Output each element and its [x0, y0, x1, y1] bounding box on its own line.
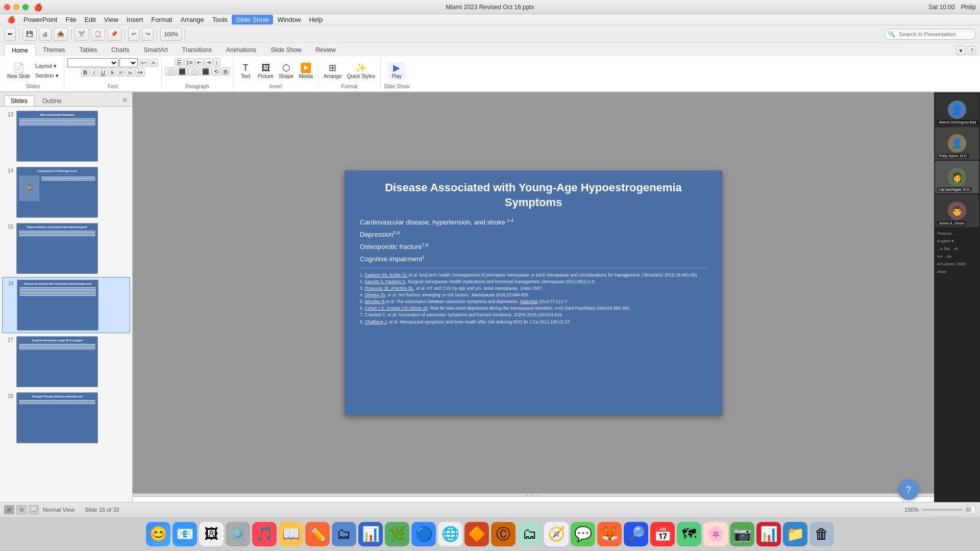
menu-tools[interactable]: Tools [208, 15, 232, 24]
menu-apple[interactable]: 🍎 [3, 15, 19, 24]
slide-sorter-button[interactable]: ⊟ [16, 505, 27, 514]
share-button[interactable]: 📤 [54, 28, 68, 41]
align-center-button[interactable]: ⬛ [177, 67, 188, 76]
dock-files[interactable]: 🗂 [332, 522, 356, 546]
font-size-select[interactable] [119, 58, 138, 67]
menu-window[interactable]: Window [273, 15, 305, 24]
text-direction-button[interactable]: ⟲ [212, 67, 220, 76]
tab-tables[interactable]: Tables [72, 44, 104, 56]
normal-view-button[interactable]: ⊞ [4, 505, 14, 514]
paste-button[interactable]: 📌 [107, 28, 121, 41]
menu-slideshow[interactable]: Slide Show [232, 15, 273, 24]
reading-view-button[interactable]: 📖 [29, 505, 39, 514]
menu-format[interactable]: Format [147, 15, 176, 24]
help-ribbon-button[interactable]: ? [968, 46, 976, 55]
font-increase-button[interactable]: A+ [139, 59, 149, 67]
menu-file[interactable]: File [61, 15, 80, 24]
redo-button[interactable]: ↪ [142, 28, 154, 41]
tab-slideshow[interactable]: Slide Show [263, 44, 308, 56]
slides-tab[interactable]: Slides [4, 95, 34, 106]
menu-help[interactable]: Help [305, 15, 327, 24]
dock-music[interactable]: 🎵 [252, 522, 277, 546]
slide-item-13[interactable]: 13 SNO and Estradiol Depletion [2, 109, 130, 164]
font-family-select[interactable] [67, 58, 118, 67]
cut-button[interactable]: ✂️ [75, 28, 89, 41]
maximize-button[interactable] [22, 4, 29, 10]
dock-safari[interactable]: 🧭 [544, 522, 569, 546]
menu-view[interactable]: View [100, 15, 122, 24]
search-input[interactable] [884, 29, 976, 40]
line-spacing-button[interactable]: ↕ [213, 58, 220, 66]
zoom-select[interactable]: 100% [160, 28, 182, 41]
dock-pencil[interactable]: ✏️ [305, 522, 330, 546]
font-decrease-button[interactable]: A- [150, 59, 158, 67]
tab-smartart[interactable]: SmartArt [136, 44, 175, 56]
numbering-button[interactable]: 1≡ [184, 58, 195, 66]
tab-animations[interactable]: Animations [219, 44, 263, 56]
zoom-fit-button[interactable]: ⊡ [966, 505, 976, 514]
bullets-button[interactable]: ☰ [175, 58, 184, 66]
section-button[interactable]: Section ▾ [33, 71, 61, 80]
save-button[interactable]: 💾 [22, 28, 37, 41]
align-right-button[interactable]: ⬜ [188, 67, 200, 76]
subscript-button[interactable]: x₂ [126, 68, 134, 77]
slide-item-18[interactable]: 18 Estrogen Therapy Reduces dementia ris… [2, 390, 130, 445]
shape-insert-button[interactable]: ⬡ Shape [277, 62, 296, 80]
copy-button[interactable]: 📋 [91, 28, 105, 41]
outline-tab[interactable]: Outline [36, 96, 68, 106]
columns-button[interactable]: ⊞ [221, 67, 230, 76]
align-left-button[interactable]: ⬜ [165, 67, 176, 76]
traffic-lights[interactable] [4, 4, 29, 10]
slide-item-17[interactable]: 17 Surgical menopause at age 45 or young… [2, 334, 130, 389]
play-button[interactable]: ▶ Play [387, 62, 406, 80]
dock-calendar[interactable]: 📅 [650, 522, 675, 546]
slide-item-16[interactable]: 16 Disease Associated with Young-Age Hyp… [2, 277, 130, 333]
dock-photos[interactable]: 🖼 [199, 522, 224, 546]
align-justify-button[interactable]: ⬛ [200, 67, 211, 76]
new-slide-button[interactable]: 📄 New Slide [5, 62, 32, 80]
dock-mail[interactable]: 📧 [173, 522, 197, 546]
slide-item-14[interactable]: 14 Consequences of Estrogen Loss 🏃 [2, 165, 130, 220]
picture-insert-button[interactable]: 🖼 Picture [256, 62, 276, 80]
undo-button[interactable]: ↩ [128, 28, 140, 41]
dock-chrome[interactable]: 🌐 [438, 522, 462, 546]
bold-button[interactable]: B [81, 68, 90, 77]
tab-review[interactable]: Review [308, 44, 342, 56]
dock-facetime[interactable]: 📷 [730, 522, 754, 546]
italic-button[interactable]: I [91, 68, 97, 77]
minimize-button[interactable] [13, 4, 19, 10]
dock-app-store[interactable]: 🔵 [411, 522, 436, 546]
indent-increase-button[interactable]: ⇥ [204, 58, 213, 66]
dock-keynote[interactable]: 📊 [358, 522, 383, 546]
print-button[interactable]: 🖨 [39, 28, 52, 41]
tab-transitions[interactable]: Transitions [175, 44, 219, 56]
zoom-slider[interactable] [922, 509, 963, 511]
slide-item-15[interactable]: 15 Disease Markers Associated with Hypoe… [2, 221, 130, 276]
menu-edit[interactable]: Edit [80, 15, 100, 24]
tab-themes[interactable]: Themes [36, 44, 72, 56]
dock-zoom[interactable]: 🔎 [624, 522, 648, 546]
dock-messages[interactable]: 💬 [571, 522, 595, 546]
close-button[interactable] [4, 4, 10, 10]
dock-folio[interactable]: 🌿 [385, 522, 409, 546]
layout-button[interactable]: Layout ▾ [33, 62, 61, 70]
quick-styles-button[interactable]: ✨ Quick Styles [345, 62, 378, 80]
slide-panel-close-button[interactable]: ✕ [122, 96, 128, 106]
menu-powerpoint[interactable]: PowerPoint [19, 15, 61, 24]
underline-button[interactable]: U [99, 68, 108, 77]
text-insert-button[interactable]: T Text [236, 62, 255, 80]
dock-trash[interactable]: 🗑 [810, 522, 834, 546]
slide-canvas[interactable]: Disease Associated with Young-Age Hypoes… [133, 92, 934, 493]
media-insert-button[interactable]: ▶️ Media [297, 62, 315, 80]
dock-books[interactable]: 📖 [279, 522, 303, 546]
dock-folder[interactable]: 📁 [783, 522, 807, 546]
indent-decrease-button[interactable]: ⇤ [195, 58, 204, 66]
tab-charts[interactable]: Charts [104, 44, 136, 56]
collapse-ribbon-button[interactable]: ▼ [956, 46, 966, 55]
tab-home[interactable]: Home [4, 44, 36, 56]
floating-help-button[interactable]: ? [898, 480, 919, 500]
menu-arrange[interactable]: Arrange [176, 15, 208, 24]
superscript-button[interactable]: x² [117, 68, 125, 77]
menu-insert[interactable]: Insert [122, 15, 148, 24]
strikethrough-button[interactable]: S̶ [109, 68, 116, 77]
